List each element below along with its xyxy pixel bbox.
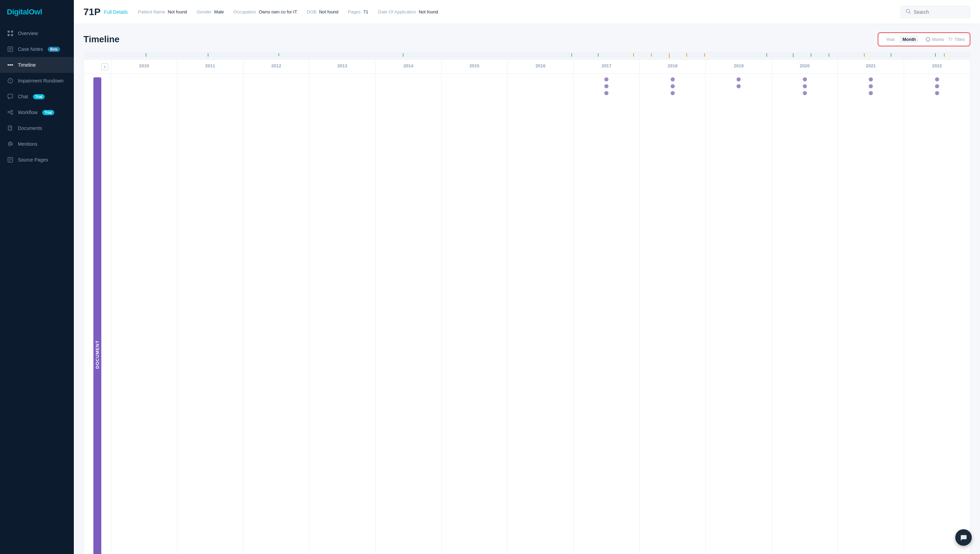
chat-fab-button[interactable] (955, 529, 972, 546)
sidebar-item-timeline[interactable]: Timeline (0, 57, 74, 73)
search-input[interactable] (914, 9, 965, 15)
doc-dot[interactable] (671, 91, 675, 95)
marks-radio (926, 37, 930, 42)
sidebar-item-mentions[interactable]: Mentions (0, 136, 74, 152)
doc-dot[interactable] (737, 84, 741, 88)
timeline-controls: Year Month Marks Tт Titles (878, 32, 970, 46)
impairment-icon (7, 77, 14, 84)
source-icon (7, 156, 14, 163)
doc-dot[interactable] (935, 77, 939, 81)
doc-col-2013 (309, 74, 375, 554)
doc-col-2010 (111, 74, 177, 554)
year-2014: 2014 (375, 60, 442, 73)
svg-rect-0 (8, 30, 10, 33)
search-icon (905, 9, 911, 16)
svg-point-9 (10, 64, 11, 65)
svg-rect-16 (8, 94, 13, 98)
year-2015: 2015 (442, 60, 508, 73)
pages-field: Pages 71 (348, 9, 368, 14)
doc-dot[interactable] (803, 77, 807, 81)
search-bar[interactable] (900, 6, 970, 18)
patient-meta: Patient Name Not found Gender Male Occup… (138, 9, 900, 14)
doc-col-2021: +4 (838, 74, 904, 554)
svg-rect-1 (11, 30, 13, 33)
doc-col-2012 (243, 74, 309, 554)
year-2010: 2010 (111, 60, 177, 73)
doc-col-2019 (706, 74, 772, 554)
svg-rect-18 (11, 110, 13, 112)
grid-icon (7, 30, 14, 37)
sidebar-item-chat[interactable]: Chat Trial (0, 89, 74, 104)
doc-col-2016 (508, 74, 573, 554)
sidebar-item-label: Workflow (18, 110, 37, 115)
svg-point-25 (9, 143, 11, 145)
notes-icon (7, 46, 14, 53)
year-2012: 2012 (243, 60, 309, 73)
year-button[interactable]: Year (883, 36, 897, 43)
doc-col-2020: +4 (772, 74, 838, 554)
svg-rect-19 (11, 113, 13, 115)
doc-dot[interactable] (869, 84, 873, 88)
full-details-link[interactable]: Full Details (104, 9, 128, 15)
doc-dot[interactable] (869, 91, 873, 95)
add-row-button[interactable]: + (101, 63, 108, 70)
doc-dot[interactable] (671, 77, 675, 81)
titles-icon: Tт (948, 37, 953, 42)
doc-col-2015 (442, 74, 508, 554)
year-2020: 2020 (772, 60, 838, 73)
timeline-icon (7, 62, 14, 69)
year-2018: 2018 (640, 60, 706, 73)
sidebar-item-documents[interactable]: Documents (0, 120, 74, 136)
year-2013: 2013 (309, 60, 375, 73)
month-button[interactable]: Month (900, 36, 918, 43)
doc-dot[interactable] (935, 91, 939, 95)
document-label: Document (94, 77, 101, 554)
doc-dot[interactable] (605, 84, 608, 88)
svg-rect-3 (11, 34, 13, 36)
year-2019: 2019 (706, 60, 772, 73)
doc-col-2018: +7 (640, 74, 706, 554)
doc-dot[interactable] (803, 91, 807, 95)
doc-dot[interactable] (671, 84, 675, 88)
workflow-icon (7, 109, 14, 116)
trial-badge-workflow: Trial (42, 110, 54, 115)
sidebar-item-impairment-rundown[interactable]: Impairment Rundown (0, 73, 74, 89)
sidebar-item-label: Overview (18, 30, 38, 36)
sidebar-nav: Overview Case Notes Beta (0, 23, 74, 554)
titles-toggle[interactable]: Tт Titles (948, 37, 965, 42)
doc-dot[interactable] (737, 77, 741, 81)
sidebar-item-label: Documents (18, 125, 42, 131)
svg-point-30 (906, 9, 910, 13)
sidebar-item-workflow[interactable]: Workflow Trial (0, 104, 74, 120)
titles-label: Titles (954, 37, 965, 42)
main-content: 71P Full Details Patient Name Not found … (74, 0, 980, 554)
dob-field: DOB Not found (307, 9, 338, 14)
sidebar-item-label: Mentions (18, 141, 37, 147)
doc-dot[interactable] (869, 77, 873, 81)
svg-rect-2 (8, 34, 10, 36)
year-2016: 2016 (508, 60, 573, 73)
svg-line-31 (909, 12, 911, 14)
document-label-cell: Document (84, 74, 111, 554)
marks-toggle[interactable]: Marks (926, 37, 944, 42)
year-2011: 2011 (177, 60, 243, 73)
doc-dot[interactable] (605, 77, 608, 81)
sidebar-item-label: Timeline (18, 62, 36, 68)
doc-dot[interactable] (605, 91, 608, 95)
document-section: Document (84, 74, 970, 554)
svg-rect-23 (9, 126, 11, 129)
sidebar-item-overview[interactable]: Overview (0, 26, 74, 41)
timeline-title: Timeline (83, 34, 119, 45)
doc-col-2022 (904, 74, 970, 554)
svg-point-10 (12, 64, 13, 65)
minimap-marks (83, 52, 970, 58)
sidebar-item-source-pages[interactable]: Source Pages (0, 152, 74, 168)
occupation-field: Occupation Owns own co for IT (234, 9, 297, 14)
doc-dot[interactable] (803, 84, 807, 88)
doc-dot[interactable] (935, 84, 939, 88)
doc-col-2014 (375, 74, 442, 554)
sidebar-item-case-notes[interactable]: Case Notes Beta (0, 41, 74, 57)
doc-col-2017: +2 (574, 74, 640, 554)
chat-icon (7, 93, 14, 100)
trial-badge-chat: Trial (33, 94, 45, 99)
